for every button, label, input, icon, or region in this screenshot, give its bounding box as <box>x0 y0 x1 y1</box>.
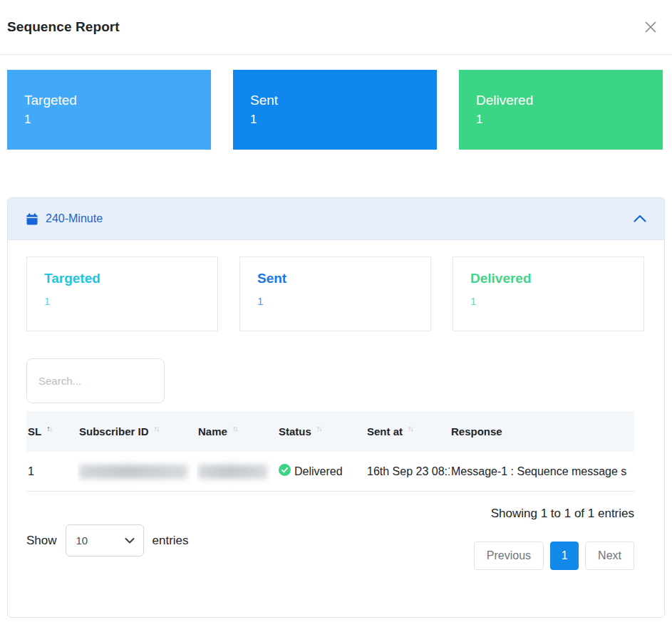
summary-card-sent: Sent 1 <box>233 70 437 150</box>
stat-value: 1 <box>44 295 200 307</box>
cell-name <box>197 452 277 492</box>
chevron-up-icon[interactable] <box>633 214 647 224</box>
sequence-step-panel: 240-Minute Targeted 1 Sent 1 Delivered 1 <box>7 197 665 618</box>
table-header-row: SL↑↓ Subscriber ID↑↓ Name↑↓ Status↑↓ Sen… <box>26 411 634 452</box>
column-header-response[interactable]: Response <box>450 411 634 452</box>
sort-icon[interactable]: ↑↓ <box>316 424 321 432</box>
cell-response: Message-1 : Sequence message s <box>450 452 634 492</box>
stat-label: Sent <box>257 271 413 286</box>
cell-status: Delivered <box>277 452 366 492</box>
card-value: 1 <box>476 113 646 127</box>
footer-right: Showing 1 to 1 of 1 entries Previous 1 N… <box>474 504 634 570</box>
redacted-subscriber-id <box>79 465 187 479</box>
close-icon <box>643 26 658 36</box>
column-header-sl[interactable]: SL↑↓ <box>26 411 78 452</box>
check-circle-icon <box>279 464 291 479</box>
next-page-button[interactable]: Next <box>585 542 634 570</box>
stat-value: 1 <box>257 295 413 307</box>
entries-label: entries <box>153 534 189 548</box>
sort-icon[interactable]: ↑↓ <box>154 424 159 432</box>
column-header-sent-at[interactable]: Sent at↑↓ <box>366 411 450 452</box>
stat-card-delivered: Delivered 1 <box>453 257 644 331</box>
summary-card-delivered: Delivered 1 <box>459 70 663 150</box>
accordion-body: Targeted 1 Sent 1 Delivered 1 SL↑↓ <box>8 240 664 617</box>
cell-sl: 1 <box>26 452 78 492</box>
stat-label: Targeted <box>44 271 200 286</box>
search-input[interactable] <box>26 358 165 403</box>
previous-page-button[interactable]: Previous <box>474 542 544 570</box>
card-label: Delivered <box>476 93 646 108</box>
column-header-status[interactable]: Status↑↓ <box>277 411 366 452</box>
calendar-icon <box>26 213 38 225</box>
summary-cards-row: Targeted 1 Sent 1 Delivered 1 <box>7 70 663 150</box>
sort-icon[interactable]: ↑↓ <box>46 424 51 432</box>
report-table: SL↑↓ Subscriber ID↑↓ Name↑↓ Status↑↓ Sen… <box>26 411 634 492</box>
card-value: 1 <box>250 113 420 127</box>
sort-icon[interactable]: ↑↓ <box>408 424 413 432</box>
stat-card-sent: Sent 1 <box>239 257 431 331</box>
stat-value: 1 <box>470 295 626 307</box>
accordion-title: 240-Minute <box>46 212 103 225</box>
cell-sent-at: 16th Sep 23 08:18 <box>366 452 450 492</box>
stat-label: Delivered <box>470 271 626 286</box>
show-label: Show <box>26 534 57 548</box>
card-value: 1 <box>24 113 194 127</box>
card-label: Targeted <box>24 93 194 108</box>
redacted-name <box>198 465 267 479</box>
page-1-button[interactable]: 1 <box>550 542 579 570</box>
close-button[interactable] <box>641 17 661 37</box>
page-size-select[interactable]: 10 <box>66 525 143 556</box>
column-header-name[interactable]: Name↑↓ <box>197 411 277 452</box>
card-label: Sent <box>250 93 420 108</box>
showing-entries-text: Showing 1 to 1 of 1 entries <box>491 507 634 521</box>
sort-icon[interactable]: ↑↓ <box>232 424 237 432</box>
status-badge: Delivered <box>294 465 343 478</box>
modal-header: Sequence Report <box>0 0 672 55</box>
page-size-select-wrap: 10 <box>66 524 144 556</box>
inner-stat-cards-row: Targeted 1 Sent 1 Delivered 1 <box>26 257 644 331</box>
stat-card-targeted: Targeted 1 <box>26 257 218 331</box>
page-size-group: Show 10 entries <box>26 511 189 570</box>
pagination: Previous 1 Next <box>474 542 634 570</box>
column-header-subscriber-id[interactable]: Subscriber ID↑↓ <box>78 411 197 452</box>
accordion-header-240-minute[interactable]: 240-Minute <box>8 198 664 240</box>
table-footer: Show 10 entries Showing 1 to 1 of 1 entr… <box>26 504 634 570</box>
summary-card-targeted: Targeted 1 <box>7 70 211 150</box>
table-row: 1 <box>26 452 634 492</box>
page-title: Sequence Report <box>7 19 120 35</box>
cell-subscriber-id <box>78 452 197 492</box>
